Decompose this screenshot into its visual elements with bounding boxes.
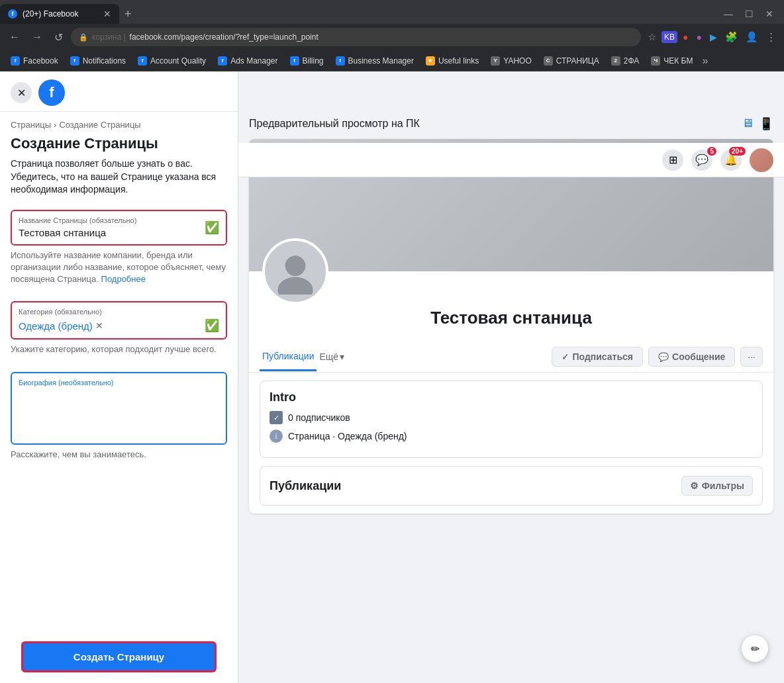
- bookmark-label-billing: Billing: [303, 56, 324, 66]
- bookmark-2fa[interactable]: 2 2ФА: [606, 54, 645, 68]
- name-hint: Используйте название компании, бренда ил…: [11, 250, 227, 286]
- back-button[interactable]: ←: [5, 28, 24, 46]
- bookmark-stranica[interactable]: С СТРАНИЦА: [538, 54, 605, 68]
- avatar-placeholder-icon: [272, 248, 318, 295]
- message-label: Сообщение: [672, 351, 725, 362]
- bookmark-label-chek: ЧЕК БМ: [663, 56, 693, 66]
- page-type-text: Страница · Одежда (бренд): [288, 431, 407, 441]
- notifications-bell-button[interactable]: 🔔 20+: [720, 150, 742, 171]
- bookmarks-more-icon[interactable]: »: [702, 55, 708, 67]
- bio-label: Биография (необязательно): [19, 379, 219, 387]
- extension-icon[interactable]: KB: [662, 31, 677, 43]
- edit-icon: ✏: [751, 643, 760, 655]
- nav-more-chevron-icon: ▾: [340, 351, 344, 362]
- preview-page-name: Тестовая снтаница: [262, 308, 760, 328]
- bookmark-account-quality[interactable]: f Account Quality: [132, 54, 211, 68]
- bookmark-chek-bm[interactable]: Ч ЧЕК БМ: [646, 54, 698, 68]
- category-input-group: Категория (обязательно) Одежда (бренд) ✕…: [11, 301, 227, 340]
- page-name-input[interactable]: [19, 227, 219, 238]
- bookmark-yahoo[interactable]: Y YAHOO: [485, 54, 536, 68]
- tab-title: (20+) Facebook: [23, 9, 98, 19]
- bookmark-favicon-facebook: f: [11, 56, 20, 66]
- category-form-section: Категория (обязательно) Одежда (бренд) ✕…: [0, 301, 238, 371]
- breadcrumb-pages-link[interactable]: Страницы: [11, 120, 51, 130]
- name-learn-more-link[interactable]: Подробнее: [101, 274, 146, 284]
- facebook-logo-icon: f: [38, 79, 65, 106]
- intro-section: Intro ✓ 0 подписчиков i Страница · Одежд…: [260, 381, 763, 458]
- extension2-icon[interactable]: ●: [680, 29, 691, 45]
- extensions-button[interactable]: 🧩: [722, 28, 740, 46]
- preview-action-buttons: ✓ Подписаться 💬 Сообщение ···: [552, 342, 763, 372]
- forward-button[interactable]: →: [28, 28, 46, 46]
- close-panel-button[interactable]: ✕: [11, 82, 32, 103]
- window-close-button[interactable]: ✕: [760, 7, 779, 21]
- desktop-icon[interactable]: 🖥: [742, 116, 754, 131]
- name-form-section: Название Страницы (обязательно) ✅ Исполь…: [0, 210, 238, 302]
- bookmark-label-stranica: СТРАНИЦА: [556, 56, 599, 66]
- bookmark-favicon-account-quality: f: [138, 56, 147, 66]
- posts-header: Публикации ⚙ Фильтры: [270, 476, 753, 496]
- bookmark-favicon-yahoo: Y: [491, 56, 500, 66]
- mobile-icon[interactable]: 📱: [759, 116, 773, 131]
- star-icon[interactable]: ☆: [645, 28, 659, 46]
- bio-hint: Расскажите, чем вы занимаетесь.: [11, 449, 227, 461]
- intro-page-type-row: i Страница · Одежда (бренд): [270, 430, 753, 443]
- bookmark-notifications[interactable]: f Notifications: [65, 54, 131, 68]
- edit-fab-button[interactable]: ✏: [742, 635, 768, 662]
- tab-favicon: f: [8, 9, 17, 19]
- bio-form-section: Биография (необязательно) Расскажите, че…: [0, 372, 238, 477]
- grid-menu-button[interactable]: ⊞: [662, 150, 683, 171]
- more-actions-button[interactable]: ···: [740, 347, 763, 367]
- nav-publications[interactable]: Публикации: [260, 343, 317, 371]
- new-tab-button[interactable]: +: [119, 7, 137, 21]
- bio-textarea-group: Биография (необязательно): [11, 372, 227, 445]
- filters-button[interactable]: ⚙ Фильтры: [681, 476, 753, 496]
- bookmark-useful-links[interactable]: ★ Useful links: [420, 54, 484, 68]
- address-url: facebook.com/pages/creation/?ref_type=la…: [130, 32, 318, 42]
- profile-icon[interactable]: 👤: [743, 28, 761, 46]
- bookmark-favicon-chek: Ч: [651, 56, 660, 66]
- message-button[interactable]: 💬 Сообщение: [648, 347, 735, 367]
- messenger-button[interactable]: 💬 5: [691, 150, 712, 171]
- category-hint: Укажите категорию, которая подходит лучш…: [11, 343, 227, 355]
- extension4-icon[interactable]: ▶: [707, 29, 720, 45]
- intro-subscribers-row: ✓ 0 подписчиков: [270, 411, 753, 424]
- left-panel: ✕ f Страницы › Создание Страницы Создани…: [0, 71, 238, 683]
- lock-icon: 🔒: [79, 33, 88, 42]
- tab-close-button[interactable]: ✕: [103, 9, 111, 19]
- intro-title: Intro: [270, 390, 753, 404]
- category-remove-button[interactable]: ✕: [95, 320, 103, 331]
- category-check-icon: ✅: [205, 318, 219, 333]
- nav-more[interactable]: Ещё ▾: [319, 351, 344, 362]
- subscribe-button[interactable]: ✓ Подписаться: [552, 347, 643, 367]
- window-minimize-button[interactable]: —: [718, 7, 738, 21]
- preview-main-content: Intro ✓ 0 подписчиков i Страница · Одежд…: [249, 373, 773, 514]
- menu-button[interactable]: ⋮: [763, 28, 779, 46]
- bio-textarea[interactable]: [19, 389, 219, 435]
- message-icon: 💬: [658, 352, 669, 362]
- bookmark-billing[interactable]: f Billing: [285, 54, 329, 68]
- bookmark-label-2fa: 2ФА: [624, 56, 640, 66]
- bookmark-favicon-useful: ★: [426, 56, 435, 66]
- reload-button[interactable]: ↺: [50, 28, 67, 46]
- panel-header-row: ✕ f: [0, 71, 238, 112]
- window-controls: — ☐ ✕: [713, 7, 784, 21]
- bookmark-ads-manager[interactable]: f Ads Manager: [213, 54, 283, 68]
- extension3-icon[interactable]: ●: [694, 29, 705, 45]
- user-avatar[interactable]: [750, 148, 773, 172]
- page-form-description: Страница позволяет больше узнать о вас. …: [11, 158, 227, 197]
- bookmark-label-account-quality: Account Quality: [150, 56, 206, 66]
- filters-label: Фильтры: [702, 480, 744, 491]
- bookmark-facebook[interactable]: f Facebook: [5, 54, 64, 68]
- filters-icon: ⚙: [690, 480, 699, 491]
- create-page-button[interactable]: Создать Страницу: [21, 641, 217, 672]
- bookmark-label-bm: Business Manager: [348, 56, 414, 66]
- window-maximize-button[interactable]: ☐: [740, 7, 759, 21]
- active-tab[interactable]: f (20+) Facebook ✕: [0, 4, 119, 24]
- posts-title: Публикации: [270, 479, 341, 493]
- bookmark-business-manager[interactable]: f Business Manager: [330, 54, 419, 68]
- preview-title: Предварительный просмотр на ПК: [249, 118, 420, 130]
- preview-nav-items: Публикации Ещё ▾: [260, 343, 552, 371]
- breadcrumb-area: Страницы › Создание Страницы Создание Ст…: [0, 112, 238, 210]
- address-bar[interactable]: 🔒 корзина | facebook.com/pages/creation/…: [71, 28, 641, 46]
